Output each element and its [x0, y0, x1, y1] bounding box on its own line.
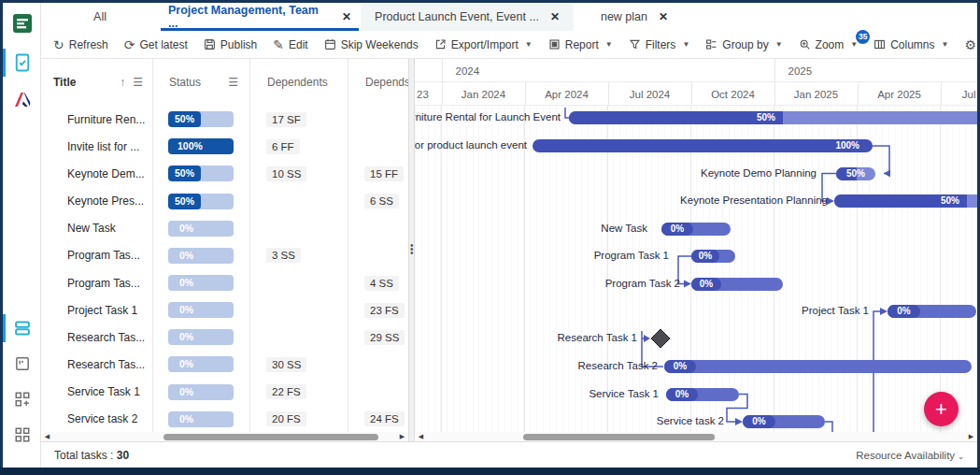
dependents-cell[interactable]: 17 SF: [249, 113, 348, 126]
close-tab-icon[interactable]: ✕: [659, 10, 668, 23]
task-title-cell[interactable]: Project Task 1: [41, 304, 152, 317]
status-progress-pill[interactable]: 0%: [168, 275, 234, 291]
edit-button[interactable]: ✎Edit: [273, 38, 307, 51]
table-row[interactable]: Service task 20%20 FS24 FS: [41, 406, 408, 433]
status-cell[interactable]: 0%: [152, 329, 249, 345]
table-row[interactable]: Program Tas...0%4 SS: [41, 269, 408, 296]
dependents-cell[interactable]: 20 FS: [249, 412, 348, 425]
gantt-task-bar[interactable]: 0%: [664, 360, 972, 373]
task-title-cell[interactable]: Program Tas...: [41, 249, 152, 262]
plan-document-nav[interactable]: [3, 47, 41, 79]
gantt-task-bar[interactable]: 100%: [533, 139, 873, 152]
column-header-depends-on[interactable]: Depends O: [348, 59, 408, 106]
status-cell[interactable]: 100%: [152, 138, 249, 154]
dependents-cell[interactable]: 6 FF: [249, 140, 348, 153]
table-row[interactable]: Invite list for ...100%6 FF: [41, 133, 408, 160]
tab-product-launch[interactable]: Product Launch Event, Event ... ✕: [361, 3, 574, 31]
table-row[interactable]: Research Tas...0%29 SS: [41, 324, 408, 351]
task-title-cell[interactable]: New Task: [41, 222, 152, 235]
scroll-left-icon[interactable]: ◀: [417, 433, 425, 440]
status-cell[interactable]: 50%: [152, 111, 249, 127]
gantt-task-bar[interactable]: 0%: [691, 278, 783, 291]
column-header-status[interactable]: Status ☰: [152, 59, 249, 106]
export-import-menu[interactable]: Export/Import▼: [434, 38, 533, 51]
tab-project-management[interactable]: Project Management, Team ... ✕: [159, 3, 361, 31]
rows-view-nav[interactable]: [3, 312, 41, 344]
task-title-cell[interactable]: Service task 2: [41, 412, 152, 425]
milestone-diamond[interactable]: [651, 329, 670, 348]
status-cell[interactable]: 50%: [152, 194, 249, 209]
table-row[interactable]: New Task0%: [41, 215, 408, 242]
task-title-cell[interactable]: Service Task 1: [41, 385, 152, 398]
status-progress-pill[interactable]: 0%: [168, 329, 234, 345]
column-header-dependents[interactable]: Dependents: [249, 59, 348, 106]
close-tab-icon[interactable]: ✕: [550, 10, 560, 23]
table-row[interactable]: Service Task 10%22 FS: [41, 379, 408, 406]
tab-new-plan[interactable]: new plan ✕: [574, 3, 695, 31]
scroll-thumb[interactable]: [163, 434, 378, 440]
all-boards-nav[interactable]: [3, 419, 41, 451]
gantt-task-bar[interactable]: 0%: [666, 388, 739, 401]
table-row[interactable]: Furniture Ren...50%17 SF: [41, 106, 408, 133]
depends-on-cell[interactable]: 29 SS: [348, 331, 408, 344]
planner-logo[interactable]: [3, 7, 41, 39]
table-row[interactable]: Keynote Pres...50%6 SS: [41, 187, 408, 214]
close-tab-icon[interactable]: ✕: [342, 10, 351, 23]
status-progress-pill[interactable]: 0%: [168, 221, 234, 237]
tab-all[interactable]: All: [41, 3, 159, 31]
skip-weekends-button[interactable]: Skip Weekends: [324, 38, 419, 51]
table-horizontal-scrollbar[interactable]: ◀ ▶: [43, 432, 406, 441]
panel-splitter[interactable]: •••: [408, 59, 415, 441]
gantt-task-bar[interactable]: 0%: [743, 415, 825, 428]
table-row[interactable]: Project Task 10%23 FS: [41, 296, 408, 324]
refresh-button[interactable]: ↻Refresh: [53, 38, 108, 51]
status-progress-pill[interactable]: 0%: [168, 356, 234, 372]
get-latest-button[interactable]: ⟳Get latest: [124, 38, 188, 51]
gantt-task-bar[interactable]: 0%: [661, 223, 731, 236]
scroll-right-icon[interactable]: ▶: [967, 433, 975, 440]
status-progress-pill[interactable]: 0%: [168, 384, 234, 400]
status-progress-pill[interactable]: 0%: [168, 411, 234, 427]
group-by-menu[interactable]: Group by▼: [705, 38, 782, 51]
columns-menu[interactable]: Columns▼: [873, 38, 948, 51]
task-title-cell[interactable]: Furniture Ren...: [41, 113, 152, 126]
gantt-task-bar[interactable]: 50%: [836, 167, 875, 180]
status-progress-pill[interactable]: 50%: [168, 111, 234, 127]
dependents-cell[interactable]: 30 SS: [249, 358, 348, 371]
dependents-cell[interactable]: 22 FS: [249, 385, 348, 398]
status-progress-pill[interactable]: 0%: [168, 248, 234, 264]
filters-menu[interactable]: Filters▼: [629, 38, 690, 51]
zoom-menu[interactable]: Zoom▼35: [799, 38, 859, 51]
status-progress-pill[interactable]: 100%: [168, 138, 234, 154]
add-board-nav[interactable]: [3, 383, 41, 415]
task-title-cell[interactable]: Program Tas...: [41, 277, 152, 290]
gantt-task-bar[interactable]: 50%: [569, 111, 977, 124]
depends-on-cell[interactable]: 6 SS: [348, 194, 408, 208]
task-title-cell[interactable]: Invite list for ...: [41, 140, 152, 153]
dependents-cell[interactable]: 10 SS: [249, 167, 348, 180]
task-title-cell[interactable]: Keynote Pres...: [41, 194, 152, 208]
column-header-title[interactable]: Title ↑☰: [41, 59, 152, 106]
table-row[interactable]: Program Tas...0%3 SS: [41, 242, 408, 269]
scroll-thumb[interactable]: [523, 434, 715, 440]
filter-icon[interactable]: ☰: [133, 76, 143, 89]
task-title-cell[interactable]: Research Tas...: [41, 331, 152, 344]
resource-availability-toggle[interactable]: Resource Availability ⌄: [856, 450, 964, 461]
settings-menu[interactable]: ⚙Settings▼: [964, 38, 980, 51]
gantt-horizontal-scrollbar[interactable]: ◀ ▶: [417, 432, 975, 441]
filter-icon[interactable]: ☰: [228, 76, 238, 89]
gantt-task-bar[interactable]: 0%: [691, 250, 735, 263]
scroll-right-icon[interactable]: ▶: [398, 433, 406, 440]
table-row[interactable]: Research Tas...0%30 SS: [41, 351, 408, 378]
scroll-left-icon[interactable]: ◀: [43, 433, 51, 440]
publish-button[interactable]: Publish: [204, 38, 257, 51]
task-title-cell[interactable]: Research Tas...: [41, 358, 152, 371]
depends-on-cell[interactable]: 24 FS: [348, 412, 408, 425]
status-cell[interactable]: 0%: [152, 356, 249, 372]
dependents-cell[interactable]: 3 SS: [249, 249, 348, 262]
depends-on-cell[interactable]: 15 FF: [348, 167, 408, 180]
task-title-cell[interactable]: Keynote Dem...: [41, 167, 152, 180]
status-progress-pill[interactable]: 50%: [168, 166, 234, 181]
status-cell[interactable]: 0%: [152, 411, 249, 427]
report-menu[interactable]: Report▼: [548, 38, 613, 51]
